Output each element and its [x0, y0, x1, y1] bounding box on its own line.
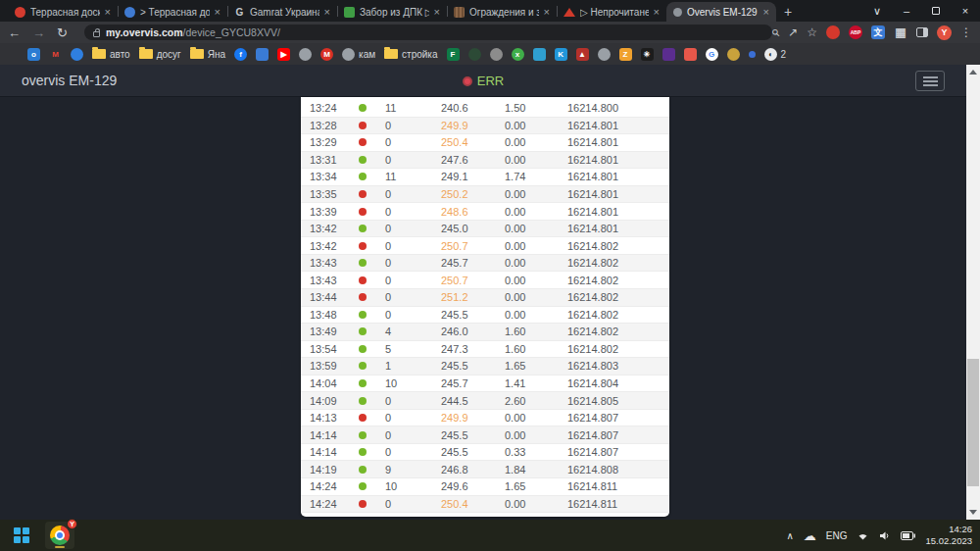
bookmark-translate[interactable]: [256, 48, 269, 61]
bookmark-mail-ru[interactable]: M: [320, 48, 333, 61]
bookmark-folder-stroyka[interactable]: стройка: [384, 49, 437, 60]
bookmark-star-icon[interactable]: ☆: [807, 25, 817, 39]
menu-dots-icon[interactable]: ⋮: [960, 25, 972, 39]
wifi-icon[interactable]: [857, 530, 869, 541]
extensions-puzzle-icon[interactable]: ▦: [894, 25, 907, 39]
bookmark-grid-app[interactable]: [684, 48, 697, 61]
bookmark-sun[interactable]: [727, 48, 740, 61]
status-ok-dot: [359, 173, 367, 180]
bookmark-outlook[interactable]: o: [27, 48, 40, 61]
folder-icon: [384, 49, 398, 59]
bookmark-globe[interactable]: [299, 48, 312, 61]
side-panel-icon[interactable]: [916, 27, 928, 37]
language-indicator[interactable]: ENG: [826, 530, 848, 541]
gray-dot-favicon: [673, 8, 682, 17]
password-key-icon[interactable]: ⚲: [769, 26, 782, 39]
reading-count: 0: [375, 307, 430, 325]
forward-icon[interactable]: →: [32, 25, 45, 40]
tab-close-icon[interactable]: ×: [763, 7, 769, 18]
bookmark-youtube[interactable]: ▶: [277, 48, 290, 61]
reload-icon[interactable]: ↻: [57, 25, 68, 40]
status-ok-dot: [359, 225, 367, 232]
tab-close-icon[interactable]: ×: [105, 7, 111, 18]
table-row: 14:199246.81.8416214.808: [301, 461, 669, 478]
scroll-up-icon[interactable]: [969, 70, 977, 75]
bookmark-fireworks[interactable]: ✳: [641, 48, 654, 61]
reading-time: 14:14: [301, 444, 350, 462]
bookmark-dot[interactable]: [749, 51, 756, 58]
bookmark-roof-app[interactable]: ▲: [576, 48, 589, 61]
volume-icon[interactable]: [879, 530, 891, 541]
bookmark-folder-avto[interactable]: авто: [92, 49, 130, 60]
bookmark-green-app[interactable]: x: [512, 48, 524, 61]
tab-close-icon[interactable]: ×: [654, 7, 660, 18]
minimize-button[interactable]: –: [892, 0, 921, 22]
reading-time: 13:24: [301, 100, 350, 118]
bookmark-gmail[interactable]: M: [49, 48, 62, 61]
back-icon[interactable]: ←: [8, 25, 21, 40]
status-error-dot: [359, 500, 367, 508]
browser-tab[interactable]: > Террасная доска • К×: [118, 2, 227, 22]
taskbar-clock[interactable]: 14:26 15.02.2023: [925, 524, 972, 547]
chrome-taskbar-button[interactable]: Y: [45, 522, 74, 549]
reading-energy: 16214.802: [557, 307, 669, 325]
browser-tab[interactable]: ▷ Непрочитане - Фору×: [557, 2, 666, 22]
bookmark-google[interactable]: G: [706, 48, 718, 61]
bookmark-folder-dosug[interactable]: досуг: [139, 49, 181, 60]
profile-avatar[interactable]: Y: [937, 25, 952, 40]
tab-close-icon[interactable]: ×: [434, 7, 440, 18]
status-error-dot: [359, 242, 367, 250]
close-button[interactable]: ×: [951, 0, 980, 22]
hamburger-menu-button[interactable]: [915, 71, 945, 91]
reading-count: 0: [375, 496, 430, 514]
reading-energy: 16214.805: [557, 392, 669, 410]
start-button[interactable]: [14, 527, 29, 543]
bookmark-globe2[interactable]: [598, 48, 611, 61]
bookmark-drop[interactable]: [71, 48, 83, 61]
tray-chevron-icon[interactable]: ∧: [786, 530, 793, 541]
tab-search-icon[interactable]: ∨: [862, 0, 892, 22]
bookmark-folder-yana[interactable]: Яна: [190, 49, 225, 60]
bookmark-trophy[interactable]: [490, 48, 503, 61]
share-icon[interactable]: ↗: [788, 25, 798, 39]
bookmark-purple-app[interactable]: [662, 48, 675, 61]
scrollbar-thumb[interactable]: [967, 359, 979, 486]
reading-current: 2.60: [494, 392, 557, 410]
webpage: overvis EM-129 ERR 13:2411240.61.5016214…: [0, 65, 980, 520]
status-error-dot: [359, 276, 367, 284]
bookmark-round-dark[interactable]: [468, 48, 481, 61]
browser-tab[interactable]: Overvis EM-129×: [666, 2, 776, 22]
status-ok-dot: [359, 466, 367, 474]
reading-voltage: 245.0: [430, 221, 494, 238]
battery-icon[interactable]: [901, 531, 915, 540]
onedrive-cloud-icon[interactable]: ☁: [804, 528, 816, 543]
maximize-button[interactable]: [921, 0, 951, 22]
bookmark-flashscore[interactable]: F: [447, 48, 460, 61]
browser-tab[interactable]: Террасная доска ДПК×: [8, 2, 118, 22]
tab-close-icon[interactable]: ×: [544, 7, 550, 18]
adguard-extension-icon[interactable]: [826, 25, 840, 39]
sun-icon: [727, 48, 740, 61]
status-dot-cell: [350, 496, 375, 514]
bookmark-k-app[interactable]: K: [555, 48, 567, 61]
bookmark-orange-app[interactable]: Z: [619, 48, 632, 61]
adblock-plus-extension-icon[interactable]: ABP: [849, 25, 862, 39]
tab-close-icon[interactable]: ×: [215, 7, 220, 18]
browser-tab[interactable]: Ограждения и заборы×: [447, 2, 557, 22]
tab-close-icon[interactable]: ×: [324, 7, 330, 18]
status-ok-dot: [359, 482, 367, 490]
bookmark-globe-kam[interactable]: кам: [342, 48, 375, 61]
page-scrollbar[interactable]: [966, 65, 980, 520]
bookmark-facebook[interactable]: f: [234, 48, 247, 61]
new-tab-button[interactable]: +: [776, 2, 800, 22]
scroll-down-icon[interactable]: [969, 510, 977, 515]
bookmark-blue-app[interactable]: [533, 48, 546, 61]
lock-icon[interactable]: [93, 31, 100, 37]
translate-extension-icon[interactable]: 文: [871, 25, 885, 39]
reading-voltage: 249.1: [430, 169, 494, 186]
browser-tab[interactable]: GGamrat Украина - Терр×: [227, 2, 337, 22]
windows-taskbar: Y ∧ ☁ ENG 14:26 15.02.2023: [0, 520, 980, 551]
browser-tab[interactable]: Забор из ДПК ▷ Купит×: [337, 2, 447, 22]
bookmark-github[interactable]: ◖2: [764, 48, 787, 61]
address-bar[interactable]: my.overvis.com/device_GYCU8XVV/: [84, 25, 772, 40]
